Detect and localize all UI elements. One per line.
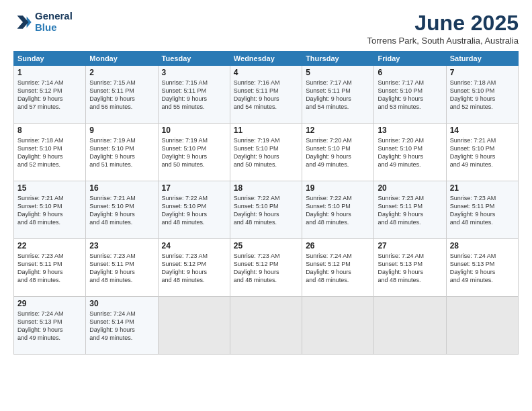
table-cell: 27Sunrise: 7:24 AMSunset: 5:13 PMDayligh… bbox=[374, 239, 446, 297]
table-cell: 15Sunrise: 7:21 AMSunset: 5:10 PMDayligh… bbox=[14, 181, 86, 239]
day-info: Sunrise: 7:22 AMSunset: 5:10 PMDaylight:… bbox=[306, 194, 370, 227]
day-number: 14 bbox=[450, 126, 515, 135]
page: General Blue June 2025 Torrens Park, Sou… bbox=[0, 0, 532, 411]
day-info: Sunrise: 7:19 AMSunset: 5:10 PMDaylight:… bbox=[89, 136, 154, 169]
day-number: 12 bbox=[306, 126, 370, 135]
day-info: Sunrise: 7:15 AMSunset: 5:11 PMDaylight:… bbox=[162, 79, 226, 111]
day-number: 30 bbox=[89, 299, 154, 308]
col-friday: Friday bbox=[374, 52, 446, 66]
logo-icon bbox=[13, 13, 32, 32]
day-number: 25 bbox=[234, 241, 298, 250]
day-info: Sunrise: 7:24 AMSunset: 5:12 PMDaylight:… bbox=[306, 252, 370, 285]
day-number: 5 bbox=[306, 68, 370, 77]
day-number: 4 bbox=[234, 68, 298, 77]
day-number: 7 bbox=[450, 68, 515, 77]
table-cell: 4Sunrise: 7:16 AMSunset: 5:11 PMDaylight… bbox=[230, 66, 302, 124]
table-cell: 5Sunrise: 7:17 AMSunset: 5:11 PMDaylight… bbox=[302, 66, 374, 124]
col-thursday: Thursday bbox=[302, 52, 374, 66]
col-saturday: Saturday bbox=[446, 52, 518, 66]
day-info: Sunrise: 7:18 AMSunset: 5:10 PMDaylight:… bbox=[17, 136, 82, 169]
table-cell: 2Sunrise: 7:15 AMSunset: 5:11 PMDaylight… bbox=[86, 66, 158, 124]
day-number: 3 bbox=[162, 68, 226, 77]
table-cell bbox=[158, 297, 230, 355]
day-info: Sunrise: 7:16 AMSunset: 5:11 PMDaylight:… bbox=[234, 79, 298, 111]
day-info: Sunrise: 7:20 AMSunset: 5:10 PMDaylight:… bbox=[306, 136, 370, 169]
header: General Blue June 2025 Torrens Park, Sou… bbox=[13, 11, 519, 46]
calendar-header-row: Sunday Monday Tuesday Wednesday Thursday… bbox=[14, 52, 519, 66]
month-title: June 2025 bbox=[367, 11, 519, 36]
day-info: Sunrise: 7:23 AMSunset: 5:12 PMDaylight:… bbox=[162, 252, 226, 285]
day-number: 24 bbox=[162, 241, 226, 250]
table-cell: 21Sunrise: 7:23 AMSunset: 5:11 PMDayligh… bbox=[446, 181, 518, 239]
table-cell bbox=[230, 297, 302, 355]
day-info: Sunrise: 7:15 AMSunset: 5:11 PMDaylight:… bbox=[89, 79, 154, 111]
day-info: Sunrise: 7:17 AMSunset: 5:10 PMDaylight:… bbox=[378, 79, 442, 111]
day-info: Sunrise: 7:20 AMSunset: 5:10 PMDaylight:… bbox=[378, 136, 442, 169]
table-cell bbox=[446, 297, 518, 355]
table-cell: 9Sunrise: 7:19 AMSunset: 5:10 PMDaylight… bbox=[86, 124, 158, 181]
table-cell: 14Sunrise: 7:21 AMSunset: 5:10 PMDayligh… bbox=[446, 124, 518, 181]
table-cell: 12Sunrise: 7:20 AMSunset: 5:10 PMDayligh… bbox=[302, 124, 374, 181]
table-cell: 6Sunrise: 7:17 AMSunset: 5:10 PMDaylight… bbox=[374, 66, 446, 124]
table-cell: 20Sunrise: 7:23 AMSunset: 5:11 PMDayligh… bbox=[374, 181, 446, 239]
day-number: 15 bbox=[17, 183, 82, 193]
day-number: 9 bbox=[89, 126, 154, 135]
calendar-week-5: 29Sunrise: 7:24 AMSunset: 5:13 PMDayligh… bbox=[14, 297, 519, 355]
day-info: Sunrise: 7:23 AMSunset: 5:11 PMDaylight:… bbox=[378, 194, 442, 227]
day-number: 23 bbox=[89, 241, 154, 250]
calendar-table: Sunday Monday Tuesday Wednesday Thursday… bbox=[13, 51, 519, 355]
day-number: 28 bbox=[450, 241, 515, 250]
day-info: Sunrise: 7:14 AMSunset: 5:12 PMDaylight:… bbox=[17, 79, 82, 111]
day-number: 27 bbox=[378, 241, 442, 250]
logo: General Blue bbox=[13, 11, 73, 33]
col-sunday: Sunday bbox=[14, 52, 86, 66]
table-cell: 7Sunrise: 7:18 AMSunset: 5:10 PMDaylight… bbox=[446, 66, 518, 124]
table-cell: 10Sunrise: 7:19 AMSunset: 5:10 PMDayligh… bbox=[158, 124, 230, 181]
day-info: Sunrise: 7:22 AMSunset: 5:10 PMDaylight:… bbox=[162, 194, 226, 227]
day-info: Sunrise: 7:21 AMSunset: 5:10 PMDaylight:… bbox=[450, 136, 515, 169]
day-number: 21 bbox=[450, 183, 515, 193]
day-info: Sunrise: 7:23 AMSunset: 5:12 PMDaylight:… bbox=[234, 252, 298, 285]
day-info: Sunrise: 7:23 AMSunset: 5:11 PMDaylight:… bbox=[89, 252, 154, 285]
table-cell: 19Sunrise: 7:22 AMSunset: 5:10 PMDayligh… bbox=[302, 181, 374, 239]
table-cell: 22Sunrise: 7:23 AMSunset: 5:11 PMDayligh… bbox=[14, 239, 86, 297]
table-cell: 11Sunrise: 7:19 AMSunset: 5:10 PMDayligh… bbox=[230, 124, 302, 181]
col-monday: Monday bbox=[86, 52, 158, 66]
table-cell: 13Sunrise: 7:20 AMSunset: 5:10 PMDayligh… bbox=[374, 124, 446, 181]
table-cell: 24Sunrise: 7:23 AMSunset: 5:12 PMDayligh… bbox=[158, 239, 230, 297]
title-block: June 2025 Torrens Park, South Australia,… bbox=[367, 11, 519, 46]
table-cell: 23Sunrise: 7:23 AMSunset: 5:11 PMDayligh… bbox=[86, 239, 158, 297]
day-number: 29 bbox=[17, 299, 82, 308]
table-cell: 17Sunrise: 7:22 AMSunset: 5:10 PMDayligh… bbox=[158, 181, 230, 239]
table-cell: 29Sunrise: 7:24 AMSunset: 5:13 PMDayligh… bbox=[14, 297, 86, 355]
day-info: Sunrise: 7:18 AMSunset: 5:10 PMDaylight:… bbox=[450, 79, 515, 111]
day-number: 2 bbox=[89, 68, 154, 77]
day-info: Sunrise: 7:17 AMSunset: 5:11 PMDaylight:… bbox=[306, 79, 370, 111]
day-number: 16 bbox=[89, 183, 154, 193]
table-cell: 28Sunrise: 7:24 AMSunset: 5:13 PMDayligh… bbox=[446, 239, 518, 297]
day-number: 17 bbox=[162, 183, 226, 193]
table-cell bbox=[374, 297, 446, 355]
day-number: 20 bbox=[378, 183, 442, 193]
calendar-week-4: 22Sunrise: 7:23 AMSunset: 5:11 PMDayligh… bbox=[14, 239, 519, 297]
day-number: 8 bbox=[17, 126, 82, 135]
day-number: 19 bbox=[306, 183, 370, 193]
day-number: 13 bbox=[378, 126, 442, 135]
day-info: Sunrise: 7:24 AMSunset: 5:13 PMDaylight:… bbox=[17, 310, 82, 342]
day-info: Sunrise: 7:23 AMSunset: 5:11 PMDaylight:… bbox=[450, 194, 515, 227]
day-info: Sunrise: 7:24 AMSunset: 5:13 PMDaylight:… bbox=[378, 252, 442, 285]
day-info: Sunrise: 7:19 AMSunset: 5:10 PMDaylight:… bbox=[162, 136, 226, 169]
day-info: Sunrise: 7:24 AMSunset: 5:13 PMDaylight:… bbox=[450, 252, 515, 285]
day-info: Sunrise: 7:24 AMSunset: 5:14 PMDaylight:… bbox=[89, 310, 154, 342]
day-number: 18 bbox=[234, 183, 298, 193]
day-info: Sunrise: 7:19 AMSunset: 5:10 PMDaylight:… bbox=[234, 136, 298, 169]
calendar-week-1: 1Sunrise: 7:14 AMSunset: 5:12 PMDaylight… bbox=[14, 66, 519, 124]
table-cell bbox=[302, 297, 374, 355]
calendar-week-2: 8Sunrise: 7:18 AMSunset: 5:10 PMDaylight… bbox=[14, 124, 519, 181]
table-cell: 1Sunrise: 7:14 AMSunset: 5:12 PMDaylight… bbox=[14, 66, 86, 124]
day-number: 1 bbox=[17, 68, 82, 77]
table-cell: 26Sunrise: 7:24 AMSunset: 5:12 PMDayligh… bbox=[302, 239, 374, 297]
table-cell: 18Sunrise: 7:22 AMSunset: 5:10 PMDayligh… bbox=[230, 181, 302, 239]
table-cell: 8Sunrise: 7:18 AMSunset: 5:10 PMDaylight… bbox=[14, 124, 86, 181]
col-tuesday: Tuesday bbox=[158, 52, 230, 66]
